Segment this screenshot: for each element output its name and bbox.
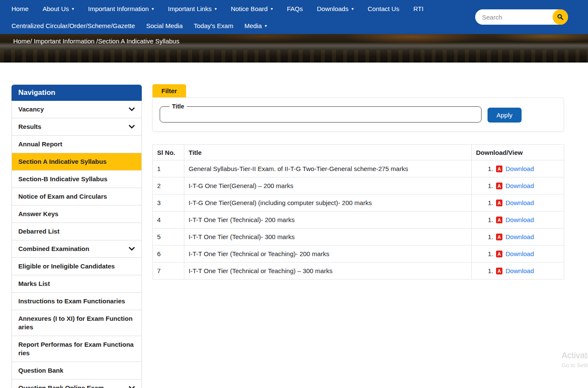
sidebar-item-report-performas[interactable]: Report Performas for Exam Functionaries xyxy=(12,336,141,362)
svg-text:A: A xyxy=(498,268,501,274)
cell-title: I-T-G One Tier(General) (including compu… xyxy=(184,194,472,211)
sidebar-title: Navigation xyxy=(11,85,142,101)
cell-download: 1.ADownload xyxy=(472,228,564,245)
title-field-label: Title xyxy=(169,103,187,110)
sidebar-item-label: Combined Examination xyxy=(18,245,89,253)
download-link[interactable]: Download xyxy=(505,216,534,223)
table-row: 7 I-T-T One Tier (Technical or Teaching)… xyxy=(153,262,564,280)
results-table: Sl No. Title Download/View 1 General Syl… xyxy=(152,144,564,280)
nav-item-social-media[interactable]: Social Media xyxy=(146,22,183,29)
nav-item-rti[interactable]: RTI xyxy=(413,5,424,12)
sidebar-item-combined-examination[interactable]: Combined Examination xyxy=(12,240,141,258)
sidebar-item-label: Annexures (I to XI) for Exam Functionari… xyxy=(18,314,135,331)
table-header-row: Sl No. Title Download/View xyxy=(153,145,564,160)
pdf-icon[interactable]: A xyxy=(496,268,502,274)
sidebar-item-section-b-indicative-syllabus[interactable]: Section-B Indicative Syllabus xyxy=(12,171,141,188)
search-box xyxy=(475,9,568,25)
sidebar-item-section-a-indicative-syllabus[interactable]: Section A Indicative Syllabus xyxy=(12,153,141,171)
search-input[interactable] xyxy=(475,9,554,25)
nav-item-downloads[interactable]: Downloads▾ xyxy=(317,5,353,12)
pdf-icon[interactable]: A xyxy=(496,183,502,189)
dropdown-caret-icon: ▾ xyxy=(152,7,154,11)
sidebar-item-annual-report[interactable]: Annual Report xyxy=(12,136,141,153)
sidebar-item-label: Question Bank Online Exam xyxy=(18,384,104,388)
download-link[interactable]: Download xyxy=(505,250,534,257)
pdf-icon[interactable]: A xyxy=(496,251,502,257)
download-link[interactable]: Download xyxy=(505,199,534,206)
nav-item-todays-exam[interactable]: Today's Exam xyxy=(194,22,233,29)
sidebar-item-label: Eligible or Ineligible Candidates xyxy=(18,262,115,271)
chevron-down-icon xyxy=(129,386,135,388)
nav-item-faqs[interactable]: FAQs xyxy=(287,5,303,12)
cell-sl-no: 4 xyxy=(153,211,184,228)
cell-download: 1.ADownload xyxy=(472,262,564,280)
sidebar-item-question-bank-online-exam[interactable]: Question Bank Online Exam xyxy=(12,379,141,388)
sidebar-item-answer-keys[interactable]: Answer Keys xyxy=(12,205,141,223)
download-link[interactable]: Download xyxy=(505,165,534,172)
nav-item-about-us[interactable]: About Us▾ xyxy=(43,5,74,12)
sidebar-item-debarred-list[interactable]: Debarred List xyxy=(12,223,141,240)
page-banner: Home/ Important Information /Section A I… xyxy=(0,34,588,63)
nav-item-home[interactable]: Home xyxy=(11,5,29,12)
sidebar-item-vacancy[interactable]: Vacancy xyxy=(12,101,141,118)
sidebar: Navigation Vacancy Results Annual Report… xyxy=(11,85,142,388)
dropdown-caret-icon: ▾ xyxy=(72,7,74,11)
svg-text:A: A xyxy=(498,166,501,171)
table-row: 1 General Syllabus-Tier-II Exam. of II-T… xyxy=(153,160,564,177)
download-item-number: 1. xyxy=(488,216,493,223)
sidebar-item-label: Vacancy xyxy=(18,105,44,114)
pdf-icon[interactable]: A xyxy=(496,217,502,223)
svg-text:A: A xyxy=(498,183,501,188)
cell-sl-no: 5 xyxy=(153,228,184,245)
nav-item-media[interactable]: Media▾ xyxy=(244,22,267,29)
breadcrumb[interactable]: Home/ Important Information /Section A I… xyxy=(13,37,179,45)
download-item-number: 1. xyxy=(488,233,493,240)
sidebar-item-label: Marks List xyxy=(18,280,50,288)
cell-download: 1.ADownload xyxy=(472,211,564,228)
download-link[interactable]: Download xyxy=(505,233,534,240)
cell-title: I-T-T One Tier (Technical or Teaching)- … xyxy=(184,245,472,262)
svg-text:A: A xyxy=(498,217,501,223)
nav-item-centralized-circular[interactable]: Centralized Circular/Order/Scheme/Gazett… xyxy=(11,22,135,29)
download-link[interactable]: Download xyxy=(505,267,534,274)
search-button[interactable] xyxy=(553,9,568,25)
search-icon xyxy=(557,14,564,20)
pdf-icon[interactable]: A xyxy=(496,234,502,240)
cell-title: General Syllabus-Tier-II Exam. of II-T-G… xyxy=(184,160,472,177)
nav-item-important-information[interactable]: Important Information▾ xyxy=(88,5,154,12)
sidebar-item-annexures[interactable]: Annexures (I to XI) for Exam Functionari… xyxy=(12,310,141,336)
cell-title: I-T-T One Tier (Technical)- 200 marks xyxy=(184,211,472,228)
nav-item-important-links[interactable]: Important Links▾ xyxy=(168,5,217,12)
nav-label: Home xyxy=(11,5,29,12)
nav-label: Downloads xyxy=(317,5,348,12)
sidebar-item-label: Notice of Exam and Circulars xyxy=(18,192,107,201)
apply-button[interactable]: Apply xyxy=(488,108,522,123)
column-header-title: Title xyxy=(184,145,472,160)
table-row: 2 I-T-G One Tier(General) – 200 marks 1.… xyxy=(153,177,564,194)
nav-label: About Us xyxy=(43,5,69,12)
title-input[interactable] xyxy=(165,110,476,119)
svg-text:A: A xyxy=(498,251,501,257)
cell-sl-no: 7 xyxy=(153,262,184,280)
sidebar-item-notice-of-exam[interactable]: Notice of Exam and Circulars xyxy=(12,188,141,205)
nav-label: Centralized Circular/Order/Scheme/Gazett… xyxy=(11,22,135,29)
chevron-down-icon xyxy=(129,247,135,251)
sidebar-item-eligible-or-ineligible[interactable]: Eligible or Ineligible Candidates xyxy=(12,258,141,275)
nav-item-contact-us[interactable]: Contact Us xyxy=(367,5,399,12)
pdf-icon[interactable]: A xyxy=(496,200,502,206)
nav-item-notice-board[interactable]: Notice Board▾ xyxy=(231,5,273,12)
sidebar-item-question-bank[interactable]: Question Bank xyxy=(12,362,141,379)
sidebar-item-results[interactable]: Results xyxy=(12,118,141,136)
cell-title: I-T-G One Tier(General) – 200 marks xyxy=(184,177,472,194)
filter-tab[interactable]: Filter xyxy=(152,84,186,97)
pdf-icon[interactable]: A xyxy=(496,165,502,172)
sidebar-item-label: Annual Report xyxy=(18,140,62,148)
sidebar-item-instructions-exam-functionaries[interactable]: Instructions to Exam Functionaries xyxy=(12,293,141,310)
dropdown-caret-icon: ▾ xyxy=(271,7,273,11)
content-area: Navigation Vacancy Results Annual Report… xyxy=(0,63,588,388)
sidebar-item-marks-list[interactable]: Marks List xyxy=(12,275,141,293)
nav-label: FAQs xyxy=(287,5,303,12)
cell-sl-no: 2 xyxy=(153,177,184,194)
download-link[interactable]: Download xyxy=(505,182,534,189)
top-navbar: Home About Us▾ Important Information▾ Im… xyxy=(0,0,588,34)
